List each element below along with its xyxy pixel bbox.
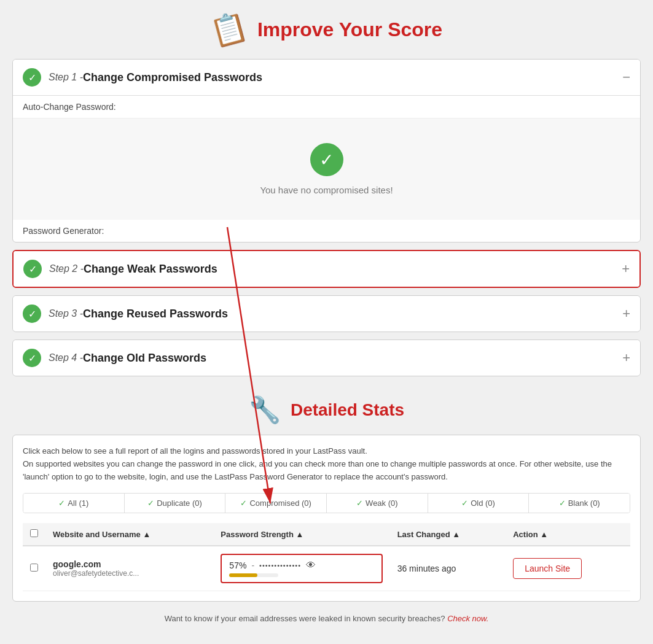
filter-tab-blank[interactable]: ✓ Blank (0) — [529, 494, 630, 513]
launch-site-button[interactable]: Launch Site — [513, 558, 582, 579]
step-1-title: Change Compromised Passwords — [83, 71, 262, 84]
step-3-check-icon: ✓ — [23, 305, 41, 323]
footer-check-now-link[interactable]: Check now. — [447, 614, 488, 623]
step-4-label: Step 4 - — [49, 352, 83, 363]
col-strength[interactable]: Password Strength ▲ — [213, 523, 389, 546]
eye-icon[interactable]: 👁 — [306, 560, 316, 571]
filter-tab-dup-label: Duplicate (0) — [157, 499, 202, 508]
page-wrapper: 📋 Improve Your Score ✓ Step 1 - Change C… — [12, 12, 641, 623]
password-gen-label: Password Generator: — [13, 220, 640, 242]
table-row: google.com oliver@safetydetective.c... 5… — [23, 546, 630, 591]
step-1-content: Auto-Change Password: ✓ You have no comp… — [13, 95, 640, 242]
password-strength-cell-wrapper: 57% - •••••••••••••• 👁 — [213, 546, 389, 591]
tab-old-check: ✓ — [461, 499, 468, 508]
stats-card: Click each below to see a full report of… — [12, 435, 641, 602]
site-name: google.com — [53, 559, 206, 569]
step-4-title: Change Old Passwords — [83, 352, 206, 365]
step-3-toggle[interactable]: + — [622, 306, 630, 322]
step-1-card: ✓ Step 1 - Change Compromised Passwords … — [12, 59, 641, 242]
step-4-header[interactable]: ✓ Step 4 - Change Old Passwords + — [13, 340, 640, 376]
step-2-check-icon: ✓ — [23, 260, 42, 278]
filter-tab-comp-label: Compromised (0) — [249, 499, 311, 508]
last-changed-cell: 36 minutes ago — [390, 546, 506, 591]
step-1-toggle[interactable]: − — [622, 69, 630, 85]
footer-note-text: Want to know if your email addresses wer… — [165, 614, 445, 623]
table-header: Website and Username ▲ Password Strength… — [23, 523, 630, 546]
step-2-toggle[interactable]: + — [622, 261, 630, 277]
tab-comp-check: ✓ — [240, 499, 247, 508]
filter-tab-duplicate[interactable]: ✓ Duplicate (0) — [125, 494, 226, 513]
password-strength-cell: 57% - •••••••••••••• 👁 — [221, 554, 382, 583]
step-4-toggle[interactable]: + — [622, 350, 630, 366]
auto-change-label: Auto-Change Password: — [13, 96, 640, 118]
step-1-check-icon: ✓ — [23, 68, 41, 87]
step-2-header[interactable]: ✓ Step 2 - Change Weak Passwords + — [14, 251, 639, 287]
action-cell: Launch Site — [506, 546, 630, 591]
step-3-title: Change Reused Passwords — [83, 308, 228, 320]
step-4-card: ✓ Step 4 - Change Old Passwords + — [12, 339, 641, 376]
col-checkbox — [23, 523, 45, 546]
stats-description: Click each below to see a full report of… — [23, 445, 630, 483]
detailed-stats-header: 🔧 Detailed Stats — [12, 395, 641, 425]
table-body: google.com oliver@safetydetective.c... 5… — [23, 546, 630, 591]
tab-weak-check: ✓ — [356, 499, 363, 508]
col-website[interactable]: Website and Username ▲ — [45, 523, 213, 546]
row-checkbox-cell — [23, 546, 45, 591]
col-last-changed[interactable]: Last Changed ▲ — [390, 523, 506, 546]
page-title: Improve Your Score — [257, 18, 442, 41]
site-info: google.com oliver@safetydetective.c... — [53, 559, 206, 578]
filter-tab-compromised[interactable]: ✓ Compromised (0) — [225, 494, 327, 513]
tab-blank-check: ✓ — [559, 499, 566, 508]
step-3-label: Step 3 - — [49, 308, 83, 319]
no-compromised-check-icon: ✓ — [310, 143, 343, 176]
no-compromised-text: You have no compromised sites! — [260, 185, 393, 195]
filter-tab-old-label: Old (0) — [471, 499, 495, 508]
site-info-cell: google.com oliver@safetydetective.c... — [45, 546, 213, 591]
row-checkbox[interactable] — [30, 564, 38, 572]
step-2-label: Step 2 - — [49, 263, 84, 274]
step-1-header[interactable]: ✓ Step 1 - Change Compromised Passwords … — [13, 60, 640, 95]
clipboard-icon: 📋 — [207, 8, 251, 51]
step-3-header[interactable]: ✓ Step 3 - Change Reused Passwords + — [13, 296, 640, 332]
filter-tab-weak-label: Weak (0) — [366, 499, 398, 508]
filter-tab-old[interactable]: ✓ Old (0) — [428, 494, 530, 513]
strength-info: 57% - •••••••••••••• 👁 — [229, 560, 316, 577]
data-table: Website and Username ▲ Password Strength… — [23, 523, 630, 591]
step-4-check-icon: ✓ — [23, 349, 41, 367]
stats-desc-line2: On supported websites you can change the… — [23, 459, 612, 481]
step-1-label: Step 1 - — [49, 72, 83, 83]
step-2-title: Change Weak Passwords — [84, 263, 217, 276]
filter-tab-blank-label: Blank (0) — [568, 499, 600, 508]
stats-desc-line1: Click each below to see a full report of… — [23, 446, 367, 456]
filter-tab-all-label: All (1) — [68, 499, 88, 508]
filter-tab-weak[interactable]: ✓ Weak (0) — [327, 494, 428, 513]
password-dots: •••••••••••••• — [259, 562, 301, 569]
tab-dup-check: ✓ — [147, 499, 154, 508]
strength-bar-container — [229, 573, 278, 577]
step-3-card: ✓ Step 3 - Change Reused Passwords + — [12, 295, 641, 332]
col-action[interactable]: Action ▲ — [506, 523, 630, 546]
site-user: oliver@safetydetective.c... — [53, 569, 206, 578]
select-all-checkbox[interactable] — [30, 529, 38, 537]
last-changed-value: 36 minutes ago — [397, 564, 456, 573]
tab-all-check: ✓ — [58, 499, 65, 508]
filter-tabs: ✓ All (1) ✓ Duplicate (0) ✓ Compromised … — [23, 493, 630, 513]
step-2-card: ✓ Step 2 - Change Weak Passwords + — [12, 250, 641, 288]
tools-icon: 🔧 — [249, 395, 281, 425]
filter-tab-all[interactable]: ✓ All (1) — [23, 494, 125, 513]
detailed-stats-title: Detailed Stats — [291, 400, 404, 420]
page-header: 📋 Improve Your Score — [12, 12, 641, 47]
strength-bar — [229, 573, 257, 577]
footer-note: Want to know if your email addresses wer… — [12, 614, 641, 623]
strength-percent: 57% — [229, 561, 246, 570]
no-compromised-area: ✓ You have no compromised sites! — [13, 118, 640, 220]
